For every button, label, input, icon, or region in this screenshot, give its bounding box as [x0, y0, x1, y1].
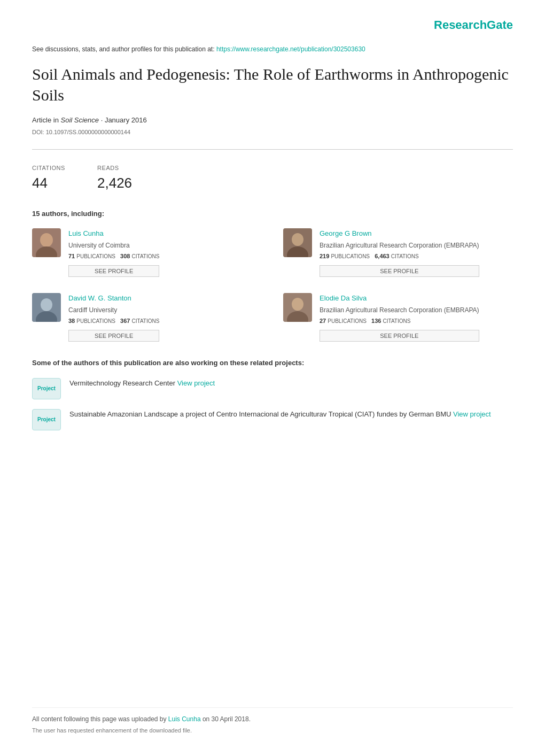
author-affiliation-david-stanton: Cardiff University [68, 305, 159, 315]
stats-row: CITATIONS 44 READS 2,426 [32, 159, 513, 194]
author-stats-david-stanton: 38 PUBLICATIONS 367 CITATIONS [68, 317, 159, 326]
project-title-2: Sustainable Amazonian Landscape a projec… [69, 410, 451, 418]
project-text-1: Vermitechnology Research Center View pro… [69, 378, 215, 389]
see-profile-luis-cunha[interactable]: SEE PROFILE [68, 265, 159, 277]
citations-value: 44 [32, 173, 65, 194]
author-name-david-stanton[interactable]: David W. G. Stanton [68, 293, 159, 304]
author-stats-luis-cunha: 71 PUBLICATIONS 308 CITATIONS [68, 252, 159, 261]
author-card-elodie-da-silva: Elodie Da Silva Brazilian Agricultural R… [283, 293, 513, 342]
article-date: January 2016 [105, 116, 147, 124]
author-stats-george-brown: 219 PUBLICATIONS 6,463 CITATIONS [320, 252, 479, 261]
related-projects-heading: Some of the authors of this publication … [32, 358, 513, 368]
author-info-george-brown: George G Brown Brazilian Agricultural Re… [320, 228, 479, 277]
header: ResearchGate [32, 16, 513, 34]
article-title: Soil Animals and Pedogenesis: The Role o… [32, 64, 513, 105]
article-type: Article [32, 116, 51, 124]
page-footer: All content following this page was uplo… [32, 707, 513, 735]
project-link-2[interactable]: View project [453, 410, 491, 418]
footer-note: The user has requested enhancement of th… [32, 726, 513, 735]
promo-link[interactable]: https://www.researchgate.net/publication… [216, 45, 365, 53]
see-profile-david-stanton[interactable]: SEE PROFILE [68, 330, 159, 342]
author-affiliation-elodie-da-silva: Brazilian Agricultural Research Corporat… [320, 305, 479, 315]
authors-grid: Luis Cunha University of Coimbra 71 PUBL… [32, 228, 513, 342]
avatar-luis-cunha [32, 228, 61, 257]
project-badge-2: Project [32, 409, 61, 430]
project-text-2: Sustainable Amazonian Landscape a projec… [69, 409, 491, 420]
see-profile-elodie-da-silva[interactable]: SEE PROFILE [320, 330, 479, 342]
reads-label: READS [97, 164, 132, 173]
svg-point-10 [292, 298, 303, 311]
author-name-luis-cunha[interactable]: Luis Cunha [68, 228, 159, 239]
promo-section: See discussions, stats, and author profi… [32, 44, 513, 54]
author-info-david-stanton: David W. G. Stanton Cardiff University 3… [68, 293, 159, 342]
project-badge-1: Project [32, 378, 61, 399]
article-doi: DOI: 10.1097/SS.0000000000000144 [32, 128, 513, 137]
author-info-elodie-da-silva: Elodie Da Silva Brazilian Agricultural R… [320, 293, 479, 342]
svg-point-7 [41, 298, 52, 311]
project-title-1: Vermitechnology Research Center [69, 379, 175, 387]
citations-label: CITATIONS [32, 164, 65, 173]
footer-uploader-link[interactable]: Luis Cunha [168, 715, 201, 723]
project-item-2: Project Sustainable Amazonian Landscape … [32, 409, 513, 430]
author-card-luis-cunha: Luis Cunha University of Coimbra 71 PUBL… [32, 228, 262, 277]
authors-count-text: 15 authors, including: [32, 210, 104, 218]
author-name-george-brown[interactable]: George G Brown [320, 228, 479, 239]
related-projects-section: Some of the authors of this publication … [32, 358, 513, 430]
reads-stat: READS 2,426 [97, 164, 132, 194]
author-affiliation-george-brown: Brazilian Agricultural Research Corporat… [320, 241, 479, 250]
citations-stat: CITATIONS 44 [32, 164, 65, 194]
avatar-david-stanton [32, 293, 61, 322]
see-profile-george-brown[interactable]: SEE PROFILE [320, 265, 479, 277]
footer-upload-text: All content following this page was uplo… [32, 714, 513, 724]
article-meta: Article in Soil Science · January 2016 [32, 115, 513, 126]
page-container: ResearchGate See discussions, stats, and… [0, 0, 545, 756]
promo-text: See discussions, stats, and author profi… [32, 45, 215, 53]
reads-value: 2,426 [97, 173, 132, 194]
project-link-1[interactable]: View project [177, 379, 215, 387]
stats-divider [32, 149, 513, 150]
researchgate-brand: ResearchGate [434, 18, 513, 32]
avatar-elodie-da-silva [283, 293, 312, 322]
author-card-george-brown: George G Brown Brazilian Agricultural Re… [283, 228, 513, 277]
author-stats-elodie-da-silva: 27 PUBLICATIONS 136 CITATIONS [320, 317, 479, 326]
svg-point-4 [292, 233, 303, 246]
author-affiliation-luis-cunha: University of Coimbra [68, 241, 159, 250]
author-name-elodie-da-silva[interactable]: Elodie Da Silva [320, 293, 479, 304]
authors-heading: 15 authors, including: [32, 209, 513, 219]
project-item-1: Project Vermitechnology Research Center … [32, 378, 513, 399]
author-info-luis-cunha: Luis Cunha University of Coimbra 71 PUBL… [68, 228, 159, 277]
avatar-george-brown [283, 228, 312, 257]
article-journal: Soil Science [60, 116, 99, 124]
svg-point-1 [40, 233, 53, 247]
author-card-david-stanton: David W. G. Stanton Cardiff University 3… [32, 293, 262, 342]
